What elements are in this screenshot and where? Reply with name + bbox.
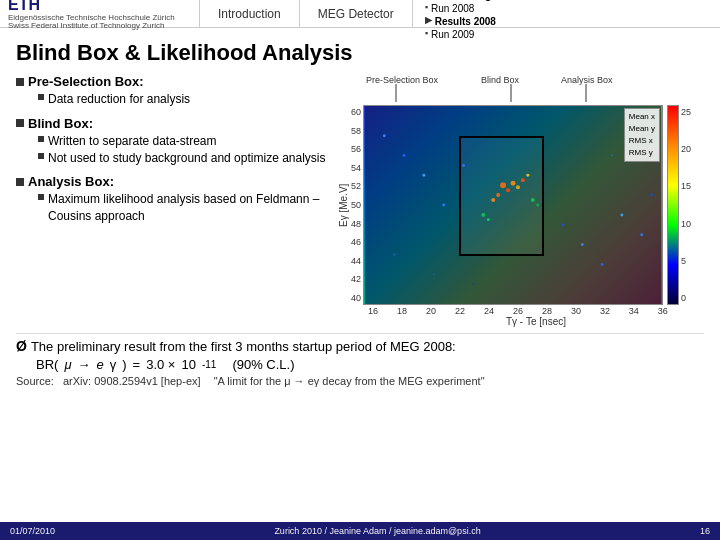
- tab-meg-detector[interactable]: MEG Detector: [300, 0, 413, 27]
- chart-xticks: 16 18 20 22 24 26 28 30 32 34 36: [368, 306, 668, 316]
- result-arrow: Ø: [16, 338, 27, 354]
- data-run2009: ▪ Run 2009: [425, 28, 475, 41]
- footer-date: 01/07/2010: [10, 526, 55, 536]
- chart-yaxis-label: Eγ [Me.V]: [338, 105, 349, 305]
- formula-exp: -11: [202, 359, 216, 370]
- svg-point-27: [472, 283, 474, 285]
- formula-cl: (90% C.L.): [232, 357, 294, 372]
- content-row: Pre-Selection Box: Data reduction for an…: [16, 74, 704, 327]
- bullet-run2008: ▪: [425, 2, 428, 14]
- preselection-heading: Pre-Selection Box:: [16, 74, 326, 89]
- chart-top-labels: Pre-Selection Box Blind Box Analysis Box: [366, 74, 704, 104]
- legend-rms-y: RMS y: [629, 147, 655, 159]
- page-title: Blind Box & Likelihood Analysis: [16, 40, 704, 66]
- data-results2008: ▶ Results 2008: [425, 15, 496, 28]
- result-section: Ø The preliminary result from the first …: [16, 333, 704, 372]
- formula-ten: 10: [181, 357, 195, 372]
- blindbox-sub1: Written to separate data-stream: [38, 133, 326, 150]
- main-content: Blind Box & Likelihood Analysis Pre-Sele…: [0, 28, 720, 391]
- svg-point-21: [581, 243, 584, 246]
- svg-point-22: [601, 263, 604, 266]
- top-navigation: ETH Eidgenössische Technische Hochschule…: [0, 0, 720, 28]
- formula-close: ): [122, 357, 126, 372]
- formula-eq: =: [133, 357, 141, 372]
- analysisbox-sub1: Maximum likelihood analysis based on Fel…: [38, 191, 326, 225]
- blind-box-rectangle: [459, 136, 544, 256]
- eth-logo: ETH: [8, 0, 175, 14]
- formula-arrow-sym: →: [78, 357, 91, 372]
- analysisbox-subitems: Maximum likelihood analysis based on Fel…: [38, 191, 326, 225]
- svg-point-29: [611, 155, 613, 157]
- chart-xaxis-label: Tγ - Te [nsec]: [368, 316, 704, 327]
- formula-mu: μ: [64, 357, 71, 372]
- svg-text:Blind Box: Blind Box: [481, 75, 520, 85]
- chart-legend: Mean x Mean y RMS x RMS y: [624, 108, 660, 162]
- footer-event: Zurich 2010 / Jeanine Adam / jeanine.ada…: [274, 526, 480, 536]
- formula-gamma: γ: [110, 357, 117, 372]
- bullet-run2009: ▪: [425, 28, 428, 40]
- tab-introduction[interactable]: Introduction: [200, 0, 300, 27]
- sub-bullet-icon-1: [38, 94, 44, 100]
- footer-page: 16: [700, 526, 710, 536]
- source-line: Source: arXiv: 0908.2594v1 [hep-ex] "A l…: [16, 375, 704, 387]
- svg-text:Pre-Selection Box: Pre-Selection Box: [366, 75, 439, 85]
- formula-val: 3.0 ×: [146, 357, 175, 372]
- svg-point-15: [383, 134, 386, 137]
- svg-point-23: [620, 213, 623, 216]
- svg-point-26: [433, 273, 435, 275]
- preselection-sub1: Data reduction for analysis: [38, 91, 326, 108]
- bullet-icon-3: [16, 178, 24, 186]
- svg-text:Analysis Box: Analysis Box: [561, 75, 613, 85]
- bullet-icon-1: [16, 78, 24, 86]
- sub-bullet-icon-2b: [38, 153, 44, 159]
- svg-point-24: [640, 233, 643, 236]
- logo-area: ETH Eidgenössische Technische Hochschule…: [0, 0, 200, 27]
- legend-mean-x: Mean x: [629, 111, 655, 123]
- section-analysisbox: Analysis Box: Maximum likelihood analysi…: [16, 174, 326, 225]
- blindbox-sub2: Not used to study background and optimiz…: [38, 150, 326, 167]
- result-text: Ø The preliminary result from the first …: [16, 338, 704, 354]
- data-taking-title: Data Taking: [425, 0, 492, 1]
- blindbox-heading: Blind Box:: [16, 116, 326, 131]
- blindbox-subitems: Written to separate data-stream Not used…: [38, 133, 326, 167]
- bullet-icon-2: [16, 119, 24, 127]
- svg-point-18: [442, 204, 445, 207]
- data-run2008: ▪ Run 2008: [425, 2, 475, 15]
- chart-colorbar-labels: 25 20 15 10 5 0: [681, 105, 691, 305]
- sub-bullet-icon-3a: [38, 194, 44, 200]
- svg-point-25: [393, 254, 395, 256]
- nav-data-taking: Data Taking ▪ Run 2008 ▶ Results 2008 ▪ …: [413, 0, 543, 27]
- footer: 01/07/2010 Zurich 2010 / Jeanine Adam / …: [0, 522, 720, 540]
- svg-point-20: [561, 223, 564, 226]
- label-arrows-svg: Pre-Selection Box Blind Box Analysis Box: [366, 74, 676, 104]
- section-preselection: Pre-Selection Box: Data reduction for an…: [16, 74, 326, 108]
- left-text-panel: Pre-Selection Box: Data reduction for an…: [16, 74, 326, 327]
- legend-rms-x: RMS x: [629, 135, 655, 147]
- formula-line: BR( μ → e γ ) = 3.0 × 10 -11 (90% C.L.): [36, 357, 704, 372]
- svg-point-30: [650, 194, 653, 197]
- svg-point-16: [403, 154, 406, 157]
- right-chart-panel: Pre-Selection Box Blind Box Analysis Box…: [338, 74, 704, 327]
- chart-wrapper: Eγ [Me.V] 60 58 56 54 52 50 48 46 44 42 …: [338, 105, 704, 305]
- analysisbox-heading: Analysis Box:: [16, 174, 326, 189]
- chart-scatter-area: Mean x Mean y RMS x RMS y: [363, 105, 663, 305]
- formula-br: BR(: [36, 357, 58, 372]
- logo-subtitle2: Swiss Federal Institute of Technology Zu…: [8, 22, 175, 31]
- preselection-subitems: Data reduction for analysis: [38, 91, 326, 108]
- chart-colorbar: [667, 105, 679, 305]
- sub-bullet-icon-2a: [38, 136, 44, 142]
- svg-point-17: [422, 174, 425, 177]
- section-blindbox: Blind Box: Written to separate data-stre…: [16, 116, 326, 167]
- legend-mean-y: Mean y: [629, 123, 655, 135]
- formula-e: e: [97, 357, 104, 372]
- chart-yticks: 60 58 56 54 52 50 48 46 44 42 40: [351, 105, 361, 305]
- arrow-results2008: ▶: [425, 15, 432, 27]
